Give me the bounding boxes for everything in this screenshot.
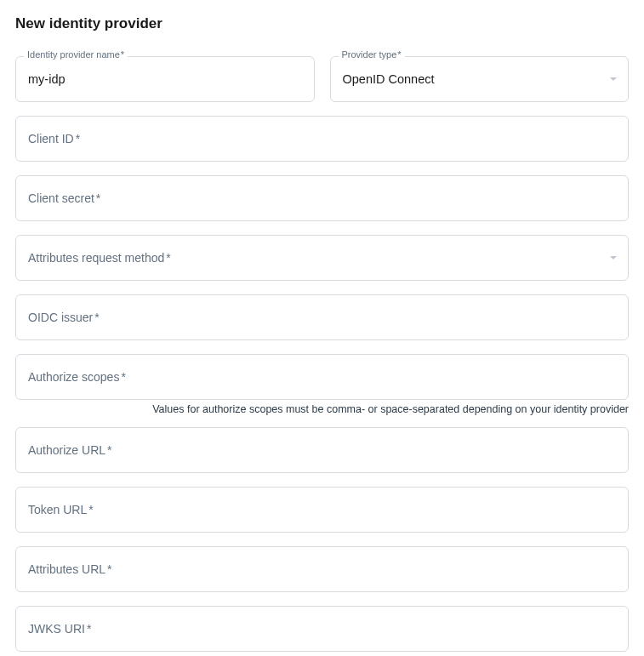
client-secret-input[interactable]: Client secret* <box>15 175 629 221</box>
token-url-input[interactable]: Token URL* <box>15 487 629 533</box>
attributes-url-label: Attributes URL* <box>28 562 112 576</box>
jwks-uri-input[interactable]: JWKS URI* <box>15 606 629 652</box>
oidc-issuer-input[interactable]: OIDC issuer* <box>15 294 629 340</box>
oidc-issuer-label: OIDC issuer* <box>28 311 100 324</box>
idp-name-input[interactable] <box>15 56 315 102</box>
provider-type-select[interactable]: OpenID Connect <box>330 56 630 102</box>
idp-name-label: Identity provider name* <box>24 49 128 60</box>
page-title: New identity provider <box>15 15 629 32</box>
provider-type-field-wrapper: Provider type* OpenID Connect <box>330 56 630 102</box>
authorize-scopes-helper: Values for authorize scopes must be comm… <box>15 403 629 415</box>
authorize-url-input[interactable]: Authorize URL* <box>15 427 629 473</box>
provider-type-label: Provider type* <box>339 49 405 60</box>
attributes-request-method-select[interactable]: Attributes request method* <box>15 235 629 281</box>
attributes-url-input[interactable]: Attributes URL* <box>15 546 629 592</box>
jwks-uri-label: JWKS URI* <box>28 622 91 636</box>
attributes-request-method-label: Attributes request method* <box>28 251 171 265</box>
idp-name-field-wrapper: Identity provider name* <box>15 56 315 102</box>
authorize-url-label: Authorize URL* <box>28 443 112 457</box>
client-secret-label: Client secret* <box>28 191 100 205</box>
client-id-label: Client ID* <box>28 132 80 145</box>
client-id-input[interactable]: Client ID* <box>15 116 629 162</box>
authorize-scopes-input[interactable]: Authorize scopes* <box>15 354 629 400</box>
authorize-scopes-label: Authorize scopes* <box>28 370 126 384</box>
token-url-label: Token URL* <box>28 503 94 516</box>
